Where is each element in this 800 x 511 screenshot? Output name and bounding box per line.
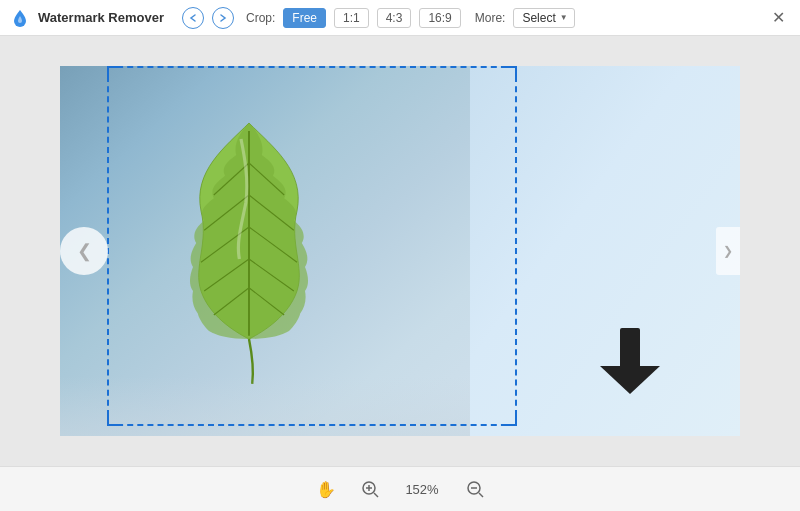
select-dropdown[interactable]: Select ▼ [513, 8, 574, 28]
bottom-toolbar: ✋ 152% [0, 466, 800, 511]
image-container: ❮ ❯ [60, 66, 740, 436]
left-nav-arrow[interactable]: ❮ [60, 227, 108, 275]
svg-rect-11 [620, 328, 640, 368]
more-label: More: [475, 11, 506, 25]
svg-line-19 [479, 493, 483, 497]
zoom-out-button[interactable] [461, 475, 489, 503]
svg-marker-12 [600, 366, 660, 394]
zoom-level-display: 152% [400, 482, 445, 497]
canvas-area: ❮ ❯ [0, 36, 800, 466]
close-button[interactable]: ✕ [766, 6, 790, 30]
crop-free-button[interactable]: Free [283, 8, 326, 28]
close-icon: ✕ [772, 8, 785, 27]
svg-line-16 [374, 493, 378, 497]
forward-nav-button[interactable] [212, 7, 234, 29]
ground [60, 376, 470, 436]
zoom-out-icon [466, 480, 484, 498]
crop-4-3-button[interactable]: 4:3 [377, 8, 412, 28]
zoom-in-button[interactable] [356, 475, 384, 503]
pan-icon: ✋ [316, 480, 336, 499]
left-chevron-icon: ❮ [77, 240, 92, 262]
app-title: Watermark Remover [38, 10, 164, 25]
crop-16-9-button[interactable]: 16:9 [419, 8, 460, 28]
crop-1-1-button[interactable]: 1:1 [334, 8, 369, 28]
right-nav-arrow[interactable]: ❯ [716, 227, 740, 275]
app-logo-icon [10, 8, 30, 28]
down-arrow-annotation [600, 326, 660, 406]
crop-label: Crop: [246, 11, 275, 25]
right-chevron-icon: ❯ [723, 244, 733, 258]
pan-tool-button[interactable]: ✋ [312, 475, 340, 503]
leaf-image [60, 66, 470, 436]
leaf-svg [89, 91, 409, 411]
chevron-down-icon: ▼ [560, 13, 568, 22]
zoom-in-icon [361, 480, 379, 498]
title-bar: Watermark Remover Crop: Free 1:1 4:3 16:… [0, 0, 800, 36]
back-nav-button[interactable] [182, 7, 204, 29]
down-arrow-icon [600, 326, 660, 396]
select-label: Select [522, 11, 555, 25]
